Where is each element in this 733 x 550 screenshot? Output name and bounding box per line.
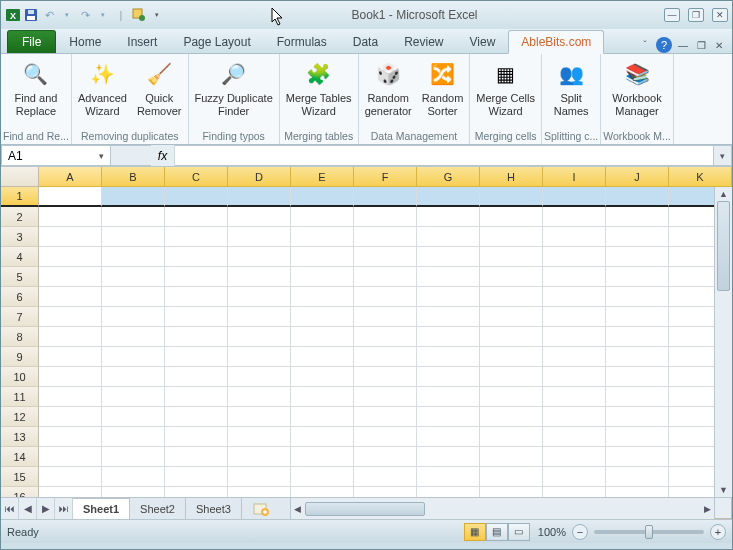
cell-C2[interactable] [165, 207, 228, 227]
zoom-out-button[interactable]: − [572, 524, 588, 540]
cell-E8[interactable] [291, 327, 354, 347]
zoom-slider[interactable] [594, 530, 704, 534]
cell-J7[interactable] [606, 307, 669, 327]
cell-C11[interactable] [165, 387, 228, 407]
cell-E12[interactable] [291, 407, 354, 427]
cell-G11[interactable] [417, 387, 480, 407]
cell-J9[interactable] [606, 347, 669, 367]
sheet-nav-prev[interactable]: ◀ [19, 498, 37, 519]
cell-B10[interactable] [102, 367, 165, 387]
cell-B7[interactable] [102, 307, 165, 327]
select-all-corner[interactable] [1, 167, 39, 187]
cell-B14[interactable] [102, 447, 165, 467]
cell-F6[interactable] [354, 287, 417, 307]
merge-tables-wizard-button[interactable]: 🧩Merge Tables Wizard [282, 56, 356, 120]
cell-F11[interactable] [354, 387, 417, 407]
col-header-J[interactable]: J [606, 167, 669, 187]
cell-A14[interactable] [39, 447, 102, 467]
name-box[interactable]: A1 ▾ [1, 145, 111, 166]
col-header-G[interactable]: G [417, 167, 480, 187]
cell-J13[interactable] [606, 427, 669, 447]
row-header-3[interactable]: 3 [1, 227, 39, 247]
cell-I12[interactable] [543, 407, 606, 427]
cell-E1[interactable] [291, 187, 354, 207]
cell-D2[interactable] [228, 207, 291, 227]
cell-F9[interactable] [354, 347, 417, 367]
scroll-up-icon[interactable]: ▲ [715, 187, 732, 201]
cell-C8[interactable] [165, 327, 228, 347]
cell-I16[interactable] [543, 487, 606, 497]
doc-minimize-icon[interactable]: — [676, 38, 690, 52]
view-page-break-button[interactable]: ▭ [508, 523, 530, 541]
cell-A16[interactable] [39, 487, 102, 497]
cell-I9[interactable] [543, 347, 606, 367]
cell-A13[interactable] [39, 427, 102, 447]
cell-A15[interactable] [39, 467, 102, 487]
tab-view[interactable]: View [457, 30, 509, 53]
cell-E2[interactable] [291, 207, 354, 227]
row-header-11[interactable]: 11 [1, 387, 39, 407]
cell-D14[interactable] [228, 447, 291, 467]
new-sheet-button[interactable] [242, 498, 280, 519]
doc-restore-icon[interactable]: ❐ [694, 38, 708, 52]
merge-cells-wizard-button[interactable]: ▦Merge Cells Wizard [472, 56, 539, 120]
row-header-14[interactable]: 14 [1, 447, 39, 467]
cell-B3[interactable] [102, 227, 165, 247]
cell-E11[interactable] [291, 387, 354, 407]
cell-J11[interactable] [606, 387, 669, 407]
tab-home[interactable]: Home [56, 30, 114, 53]
undo-icon[interactable]: ↶ [41, 7, 57, 23]
qat-custom-icon[interactable] [131, 7, 147, 23]
row-header-12[interactable]: 12 [1, 407, 39, 427]
cell-D15[interactable] [228, 467, 291, 487]
undo-dropdown-icon[interactable]: ▾ [59, 7, 75, 23]
cell-I1[interactable] [543, 187, 606, 207]
cell-I10[interactable] [543, 367, 606, 387]
cell-F10[interactable] [354, 367, 417, 387]
cell-C1[interactable] [165, 187, 228, 207]
cell-B6[interactable] [102, 287, 165, 307]
cell-H1[interactable] [480, 187, 543, 207]
cell-G4[interactable] [417, 247, 480, 267]
tab-formulas[interactable]: Formulas [264, 30, 340, 53]
cell-G12[interactable] [417, 407, 480, 427]
close-button[interactable]: ✕ [712, 8, 728, 22]
row-header-6[interactable]: 6 [1, 287, 39, 307]
cell-B5[interactable] [102, 267, 165, 287]
vertical-scrollbar[interactable]: ▲ ▼ [714, 187, 732, 497]
cell-D9[interactable] [228, 347, 291, 367]
cell-A5[interactable] [39, 267, 102, 287]
cell-J2[interactable] [606, 207, 669, 227]
redo-dropdown-icon[interactable]: ▾ [95, 7, 111, 23]
cell-F1[interactable] [354, 187, 417, 207]
sheet-nav-first[interactable]: ⏮ [1, 498, 19, 519]
cell-E13[interactable] [291, 427, 354, 447]
cell-B11[interactable] [102, 387, 165, 407]
cell-A10[interactable] [39, 367, 102, 387]
col-header-A[interactable]: A [39, 167, 102, 187]
col-header-E[interactable]: E [291, 167, 354, 187]
restore-button[interactable]: ❐ [688, 8, 704, 22]
cell-F16[interactable] [354, 487, 417, 497]
tab-page-layout[interactable]: Page Layout [170, 30, 263, 53]
tab-file[interactable]: File [7, 30, 56, 53]
cell-D11[interactable] [228, 387, 291, 407]
view-page-layout-button[interactable]: ▤ [486, 523, 508, 541]
cell-H11[interactable] [480, 387, 543, 407]
cell-D5[interactable] [228, 267, 291, 287]
cell-C12[interactable] [165, 407, 228, 427]
vertical-scroll-thumb[interactable] [717, 201, 730, 291]
cell-B9[interactable] [102, 347, 165, 367]
cell-E3[interactable] [291, 227, 354, 247]
cell-H15[interactable] [480, 467, 543, 487]
cell-E10[interactable] [291, 367, 354, 387]
random-sorter-button[interactable]: 🔀Random Sorter [418, 56, 468, 120]
quick-remover-button[interactable]: 🧹Quick Remover [133, 56, 186, 120]
split-names-button[interactable]: 👥Split Names [550, 56, 593, 120]
row-header-16[interactable]: 16 [1, 487, 39, 497]
row-header-7[interactable]: 7 [1, 307, 39, 327]
col-header-K[interactable]: K [669, 167, 732, 187]
cell-H13[interactable] [480, 427, 543, 447]
cell-C15[interactable] [165, 467, 228, 487]
cell-H7[interactable] [480, 307, 543, 327]
